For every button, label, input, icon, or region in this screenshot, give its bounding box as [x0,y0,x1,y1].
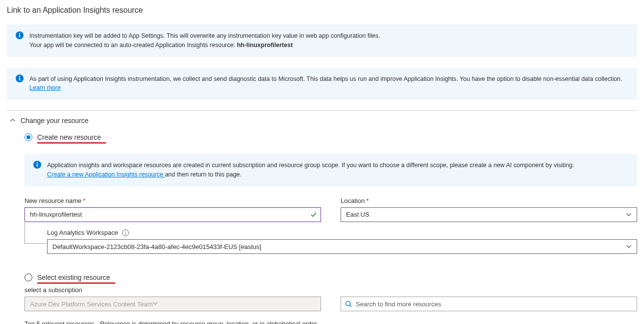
page-title: Link to an Application Insights resource [7,6,637,15]
radio-input-unchecked[interactable] [25,274,32,281]
radio-create-new[interactable]: Create new resource [25,133,637,141]
svg-rect-1 [19,35,20,38]
label-workspace: Log Analytics Workspace i [47,229,637,237]
footnote-text: Top 5 relevant resources - Relevance is … [25,320,637,324]
location-value: East US [346,211,370,218]
workspace-select[interactable]: DefaultWorkspace-2123cb08-23fa-4a80-afec… [47,239,637,254]
chevron-up-icon [10,117,16,125]
svg-point-5 [19,76,20,77]
label-select-subscription: select a subscription [25,286,637,294]
svg-rect-7 [37,164,38,167]
info-icon [33,161,41,172]
learn-more-link[interactable]: Learn more [29,84,61,91]
banner-resource-name: hh-linuxprofilertest [237,42,293,49]
info-banner-instrumentation: Instrumentation key will be added to App… [7,25,637,57]
info-banner-scope: Application insights and workspace resou… [25,154,637,186]
radio-label: Select existing resource [37,274,110,281]
svg-rect-4 [19,77,20,80]
radio-label: Create new resource [37,133,101,141]
section-toggle-change-resource[interactable]: Change your resource [7,111,637,133]
search-icon [345,300,352,307]
svg-point-8 [37,162,38,163]
radio-select-existing[interactable]: Select existing resource [25,274,637,281]
svg-line-10 [350,305,352,307]
location-select[interactable]: East US [341,207,637,222]
subscription-value: Azure Dev Platform Services Content Team [30,300,152,308]
search-placeholder: Search to find more resources [356,300,441,308]
chevron-down-icon [626,212,632,218]
banner-text: Instrumentation key will be added to App… [29,32,380,39]
info-banner-diagnostics: As part of using Application Insights in… [7,68,637,100]
chevron-down-icon [152,300,158,308]
radio-input-checked[interactable] [25,133,32,141]
info-icon [16,31,24,42]
svg-point-9 [346,301,350,306]
new-resource-name-input[interactable] [25,207,321,222]
banner-text: As part of using Application Insights in… [29,75,622,82]
chevron-down-icon [626,244,632,249]
info-icon[interactable]: i [122,229,129,236]
info-text: and then return to this page. [165,171,241,178]
subscription-select-disabled: Azure Dev Platform Services Content Team [25,297,321,311]
tree-connector [25,221,47,244]
svg-point-2 [19,33,20,34]
info-text: Application insights and workspace resou… [47,162,574,169]
info-icon [16,75,24,85]
label-location: Location* [341,197,637,204]
banner-text: Your app will be connected to an auto-cr… [29,42,237,49]
create-ai-resource-link[interactable]: Create a new Application Insights resour… [47,171,165,178]
checkmark-icon [310,211,317,218]
workspace-value: DefaultWorkspace-2123cb08-23fa-4a80-afec… [52,243,261,250]
resource-search-input[interactable]: Search to find more resources [341,297,637,311]
section-title: Change your resource [21,117,89,125]
label-new-resource-name: New resource name* [25,197,321,204]
